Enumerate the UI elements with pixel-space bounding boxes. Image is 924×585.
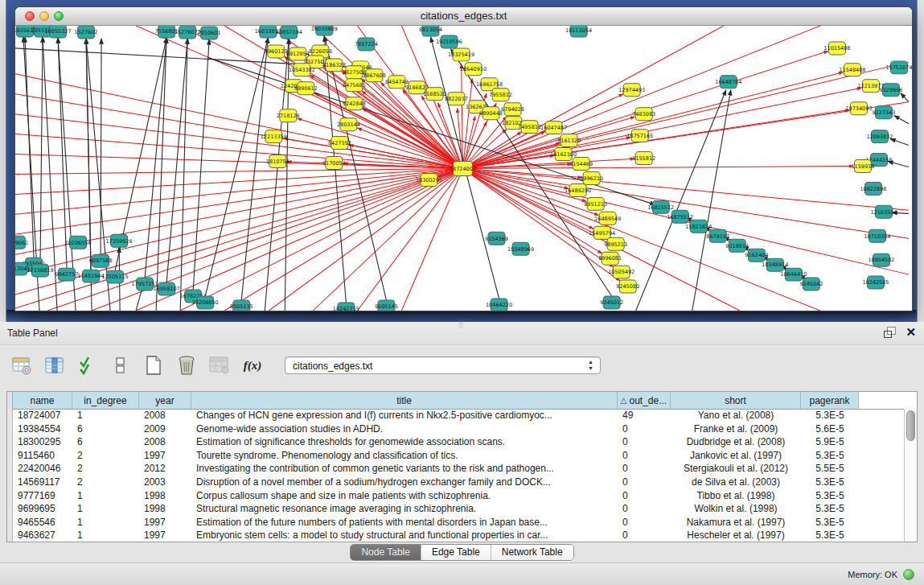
- graph-node-teal[interactable]: 12505115: [102, 270, 129, 283]
- graph-node-yellow[interactable]: 16489290: [565, 183, 591, 196]
- cell-out-de-[interactable]: 0: [618, 516, 671, 529]
- citation-edge-black[interactable]: [901, 93, 909, 102]
- column-header-year[interactable]: year: [139, 392, 191, 409]
- cell-in-degree[interactable]: 2: [72, 462, 139, 476]
- table-settings-icon[interactable]: [11, 355, 32, 376]
- cell-title[interactable]: Estimation of significance thresholds fo…: [191, 435, 618, 449]
- graph-node-yellow[interactable]: 8996210: [580, 171, 603, 184]
- citation-edge-red[interactable]: [462, 168, 819, 311]
- graph-node-yellow[interactable]: 8996081: [598, 252, 622, 265]
- citation-edge-black[interactable]: [25, 37, 34, 257]
- cell-name[interactable]: 18300295: [13, 435, 72, 449]
- citation-edge-black[interactable]: [145, 38, 166, 278]
- citation-edge-red[interactable]: [224, 168, 462, 311]
- show-columns-icon[interactable]: [44, 355, 65, 376]
- table-row[interactable]: 946554611997Estimation of the future num…: [7, 516, 905, 529]
- cell-out-de-[interactable]: 0: [618, 489, 671, 503]
- graph-node-yellow[interactable]: 8161320: [557, 134, 581, 147]
- cell-year[interactable]: 2008: [139, 435, 191, 449]
- graph-node-teal[interactable]: 10710354: [864, 229, 890, 242]
- cell-name[interactable]: 14569117: [13, 476, 72, 489]
- graph-node-teal[interactable]: 8679197: [706, 229, 729, 242]
- cell-name[interactable]: 9463627: [13, 529, 72, 542]
- graph-node-teal[interactable]: 10646410: [780, 268, 807, 281]
- float-panel-icon[interactable]: [884, 327, 896, 338]
- table-row[interactable]: 1830029562008Estimation of significance …: [7, 435, 905, 449]
- graph-node-teal[interactable]: 16875512: [667, 210, 693, 223]
- graph-node-teal[interactable]: 10242505: [862, 276, 889, 289]
- graph-node-yellow[interactable]: 7495812: [518, 121, 541, 134]
- graph-node-teal[interactable]: 12093832: [866, 130, 893, 143]
- graph-node-yellow[interactable]: 9170054: [322, 157, 346, 170]
- cell-short[interactable]: Yano et al. (2008): [671, 409, 801, 422]
- cell-pagerank[interactable]: 5.5E-5: [801, 462, 859, 476]
- graph-node-teal[interactable]: 9154369: [485, 232, 508, 245]
- graph-node-yellow[interactable]: 9890448: [479, 107, 503, 120]
- cell-out-de-[interactable]: 0: [618, 422, 671, 436]
- cell-pagerank[interactable]: 5.3E-5: [801, 529, 859, 542]
- graph-node-teal[interactable]: 10348969: [507, 242, 534, 255]
- graph-node-yellow[interactable]: 9154469: [569, 158, 593, 171]
- row-cards-icon[interactable]: [110, 355, 131, 376]
- citation-edge-red[interactable]: [15, 168, 462, 234]
- cell-title[interactable]: Disruption of a novel member of a sodium…: [191, 476, 618, 489]
- table-row[interactable]: 2242004622012Investigating the contribut…: [7, 462, 905, 476]
- cell-year[interactable]: 2003: [139, 476, 191, 489]
- graph-node-yellow[interactable]: 6794028: [501, 103, 524, 116]
- graph-node-yellow[interactable]: 11548408: [839, 64, 865, 76]
- cell-title[interactable]: Embryonic stem cells: a model to study s…: [191, 529, 618, 542]
- cell-short[interactable]: Franke et al. (2009): [671, 422, 801, 436]
- graph-node-yellow[interactable]: 8475685: [343, 79, 366, 92]
- graph-node-yellow[interactable]: 2803144: [337, 118, 360, 131]
- citation-edge-red[interactable]: [462, 26, 819, 168]
- cell-in-degree[interactable]: 1: [72, 489, 139, 503]
- cell-title[interactable]: Tourette syndrome. Phenomenology and cla…: [191, 449, 618, 463]
- graph-node-teal[interactable]: 9505145: [375, 300, 398, 311]
- cell-year[interactable]: 1997: [139, 516, 191, 529]
- graph-node-teal[interactable]: 9245012: [600, 296, 623, 309]
- cell-out-de-[interactable]: 49: [618, 409, 671, 422]
- cell-name[interactable]: 18724007: [13, 409, 72, 422]
- network-graph-canvas[interactable]: 1835617205532710055327152760275568011527…: [15, 26, 912, 311]
- cell-out-de-[interactable]: 0: [618, 449, 671, 463]
- graph-node-teal[interactable]: 9227343: [872, 106, 895, 119]
- graph-node-yellow[interactable]: 10505492: [608, 266, 634, 278]
- graph-node-teal[interactable]: 19218596: [436, 35, 462, 48]
- cell-short[interactable]: Tibbo et al. (1998): [671, 489, 801, 503]
- table-row[interactable]: 946362711997Embryonic stem cells: a mode…: [7, 529, 905, 542]
- citation-edge-red[interactable]: [462, 62, 908, 169]
- cell-year[interactable]: 2008: [139, 409, 191, 422]
- citation-edge-red[interactable]: [269, 168, 462, 311]
- cell-in-degree[interactable]: 1: [72, 502, 139, 516]
- cell-pagerank[interactable]: 5.6E-5: [801, 422, 859, 436]
- cell-out-de-[interactable]: 0: [618, 529, 671, 542]
- cell-out-de-[interactable]: 0: [618, 502, 671, 516]
- graph-node-yellow[interactable]: 9155812: [632, 152, 655, 165]
- graph-node-teal[interactable]: 11451944: [78, 270, 105, 282]
- table-row[interactable]: 977716911998Corpus callosum shape and si…: [7, 489, 905, 503]
- cell-short[interactable]: Hescheler et al. (1997): [671, 529, 801, 542]
- cell-short[interactable]: Jankovic et al. (1997): [671, 449, 801, 463]
- cell-in-degree[interactable]: 2: [72, 476, 139, 489]
- cell-title[interactable]: Estimation of the future numbers of pati…: [191, 516, 618, 529]
- cell-short[interactable]: Stergiakouli et al. (2012): [671, 462, 801, 476]
- citation-edge-red[interactable]: [180, 168, 462, 311]
- cell-name[interactable]: 22420046: [13, 462, 72, 476]
- graph-node-teal[interactable]: 15751074: [885, 61, 912, 74]
- table-row[interactable]: 911546021997Tourette syndrome. Phenomeno…: [7, 449, 905, 463]
- scrollbar-thumb[interactable]: [906, 410, 915, 441]
- cell-in-degree[interactable]: 2: [72, 449, 139, 463]
- cell-in-degree[interactable]: 6: [72, 422, 139, 436]
- table-row[interactable]: 969969511998Structural magnetic resonanc…: [7, 502, 905, 516]
- graph-node-teal[interactable]: 9162404: [745, 249, 768, 262]
- cell-title[interactable]: Structural magnetic resonance image aver…: [191, 502, 618, 516]
- cell-pagerank[interactable]: 5.3E-5: [801, 516, 859, 529]
- cell-name[interactable]: 9465546: [13, 516, 72, 529]
- tab-network-table[interactable]: Network Table: [491, 545, 573, 560]
- graph-node-teal[interactable]: 18113054: [565, 26, 592, 37]
- table-row[interactable]: 1456911722003Disruption of a novel membe…: [7, 476, 905, 489]
- cell-title[interactable]: Genome-wide association studies in ADHD.: [191, 422, 618, 436]
- close-panel-icon[interactable]: ✕: [906, 326, 916, 339]
- citation-edge-red[interactable]: [363, 109, 463, 169]
- graph-node-yellow[interactable]: 8960123: [265, 45, 288, 58]
